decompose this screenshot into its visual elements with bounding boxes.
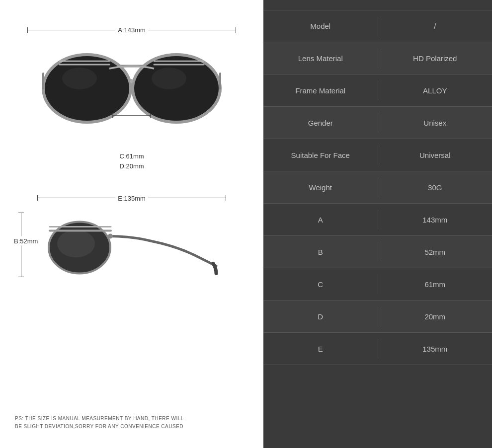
spec-value-6: 143mm <box>378 208 492 231</box>
dim-b-label: B:52mm <box>12 236 39 246</box>
spec-value-0: / <box>378 14 492 38</box>
spec-label-9: D <box>263 305 378 328</box>
right-panel: Model/Lens MaterialHD PolarizedFrame Mat… <box>263 0 492 448</box>
spec-label-6: A <box>263 208 378 231</box>
svg-point-18 <box>108 234 113 239</box>
dim-e-label: E:135mm <box>115 195 148 202</box>
spec-row-8: C61mm <box>263 268 492 300</box>
spec-row-4: Suitable For FaceUniversal <box>263 139 492 171</box>
front-view-diagram: A:143mm <box>10 25 253 184</box>
spec-label-10: E <box>263 337 378 361</box>
dim-d-label: D:20mm <box>119 162 144 170</box>
spec-value-3: Unisex <box>378 111 492 135</box>
spec-value-4: Universal <box>378 144 492 167</box>
spec-label-8: C <box>263 273 378 296</box>
spec-row-2: Frame MaterialALLOY <box>263 75 492 107</box>
dim-c-label: C:61mm <box>119 152 144 160</box>
spec-row-7: B52mm <box>263 236 492 268</box>
spec-row-9: D20mm <box>263 300 492 333</box>
spec-value-1: HD Polarized <box>378 47 492 70</box>
side-glasses-svg <box>42 208 221 287</box>
spec-row-5: Weight30G <box>263 171 492 204</box>
svg-point-15 <box>57 230 95 258</box>
spec-value-8: 61mm <box>378 273 492 296</box>
spec-value-5: 30G <box>378 176 492 199</box>
spec-row-6: A143mm <box>263 204 492 236</box>
svg-point-5 <box>62 68 97 89</box>
spec-label-2: Frame Material <box>263 79 378 102</box>
spec-row-10: E135mm <box>263 333 492 365</box>
spec-label-7: B <box>263 240 378 264</box>
spec-row-0: Model/ <box>263 10 492 42</box>
main-container: A:143mm <box>0 0 492 448</box>
spec-label-5: Weight <box>263 176 378 199</box>
spec-value-7: 52mm <box>378 240 492 264</box>
ps-note: PS: THE SIZE IS MANUAL MEASUREMENT BY HA… <box>15 415 184 431</box>
spec-value-9: 20mm <box>378 305 492 328</box>
svg-point-6 <box>152 68 186 89</box>
side-view-diagram: E:135mm B:52mm <box>10 194 253 318</box>
left-panel: A:143mm <box>0 0 263 448</box>
spec-label-4: Suitable For Face <box>263 144 378 167</box>
spec-row-1: Lens MaterialHD Polarized <box>263 42 492 75</box>
specs-table: Model/Lens MaterialHD PolarizedFrame Mat… <box>263 10 492 365</box>
spec-label-0: Model <box>263 14 378 38</box>
front-glasses-svg <box>37 39 226 133</box>
dim-a-label: A:143mm <box>115 26 148 34</box>
spec-row-3: GenderUnisex <box>263 107 492 139</box>
spec-label-3: Gender <box>263 111 378 135</box>
spec-label-1: Lens Material <box>263 47 378 70</box>
spec-value-10: 135mm <box>378 337 492 361</box>
spec-value-2: ALLOY <box>378 79 492 102</box>
